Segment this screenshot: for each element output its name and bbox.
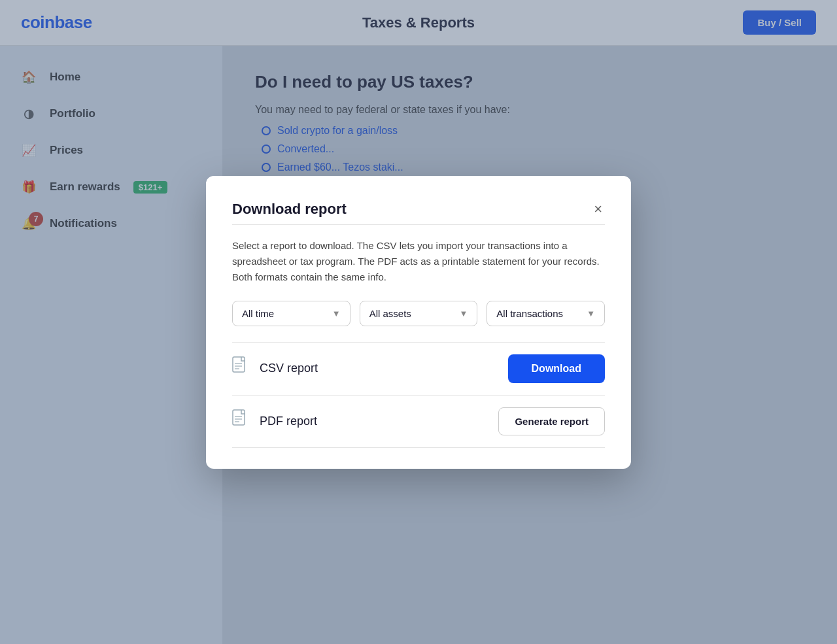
modal-title: Download report [232,201,347,218]
pdf-report-name: PDF report [260,415,317,428]
csv-report-row: CSV report Download [232,342,605,395]
modal-selects-row: All time ▼ All assets ▼ All transactions… [232,301,605,326]
chevron-down-icon: ▼ [332,309,341,318]
time-select[interactable]: All time ▼ [232,301,350,326]
time-select-label: All time [242,308,274,319]
transactions-select[interactable]: All transactions ▼ [487,301,605,326]
svg-rect-4 [233,410,245,425]
svg-rect-0 [233,357,245,372]
modal-header: Download report × [232,199,605,219]
chevron-down-icon: ▼ [587,309,595,318]
modal-overlay: Download report × Select a report to dow… [0,0,837,644]
csv-download-button[interactable]: Download [508,354,605,383]
pdf-generate-button[interactable]: Generate report [498,407,605,435]
pdf-report-row: PDF report Generate report [232,395,605,448]
assets-select[interactable]: All assets ▼ [360,301,478,326]
csv-report-left: CSV report [232,356,318,381]
pdf-file-icon [232,409,249,433]
modal-close-button[interactable]: × [591,199,605,219]
pdf-report-left: PDF report [232,409,317,433]
csv-file-icon [232,356,249,381]
transactions-select-label: All transactions [496,308,563,319]
assets-select-label: All assets [369,308,411,319]
chevron-down-icon: ▼ [459,309,468,318]
modal-divider [232,224,605,225]
download-report-modal: Download report × Select a report to dow… [206,176,631,469]
csv-report-name: CSV report [260,362,318,375]
modal-description: Select a report to download. The CSV let… [232,238,605,285]
